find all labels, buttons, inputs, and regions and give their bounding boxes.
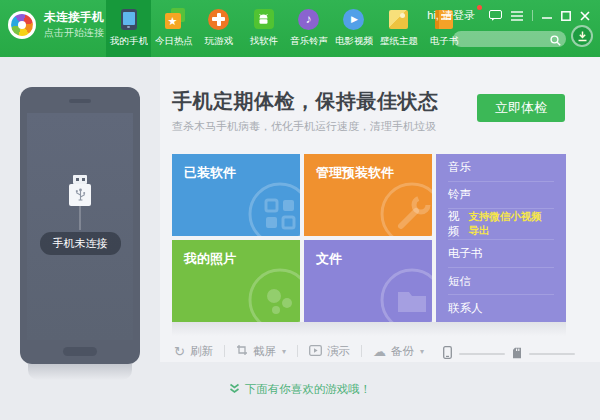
device-status-subtitle: 点击开始连接 xyxy=(44,27,114,40)
double-chevron-down-icon xyxy=(229,380,240,398)
window-controls-row: hi, 请登录 xyxy=(427,8,590,23)
divider xyxy=(361,345,362,357)
content-category-list: 音乐 铃声 视频 支持微信小视频导出 电子书 短信 联系人 xyxy=(436,154,566,322)
sd-card-storage-icon xyxy=(512,345,522,363)
download-manager-button[interactable] xyxy=(571,25,593,47)
header-bar: 未连接手机 ▾ 点击开始连接 我的手机 ★ 今日热点 玩游戏 xyxy=(0,0,600,57)
search-box xyxy=(453,29,566,47)
hot-star-icon: ★ xyxy=(163,8,185,30)
presentation-button[interactable]: 演示 xyxy=(309,344,350,359)
device-status-title: 未连接手机 xyxy=(44,10,104,25)
tab-today-hot[interactable]: ★ 今日热点 xyxy=(151,0,196,57)
phone-home-button xyxy=(63,347,97,356)
crop-icon xyxy=(236,344,248,358)
chevron-down-icon: ▾ xyxy=(282,347,286,356)
phone-storage-bar xyxy=(459,353,505,355)
list-item-contacts[interactable]: 联系人 xyxy=(448,295,554,322)
apps-grid-icon xyxy=(244,178,300,236)
tile-my-photos[interactable]: 我的照片 xyxy=(172,240,300,322)
screenshot-button[interactable]: 截屏 ▾ xyxy=(236,344,286,359)
list-item-ebooks[interactable]: 电子书 xyxy=(448,240,554,268)
tab-apps[interactable]: 找软件 xyxy=(241,0,286,57)
phone-speaker-slot xyxy=(69,99,91,103)
wechat-video-export-note: 支持微信小视频导出 xyxy=(468,210,554,238)
tab-games[interactable]: 玩游戏 xyxy=(196,0,241,57)
sd-storage-bar xyxy=(529,353,575,355)
play-circle-icon: ▶ xyxy=(343,8,365,30)
device-connect-menu[interactable]: 未连接手机 ▾ 点击开始连接 xyxy=(8,10,114,40)
page-title: 手机定期体检，保持最佳状态 xyxy=(172,88,439,115)
footer-hint-text: 下面有你喜欢的游戏哦！ xyxy=(245,382,372,397)
divider xyxy=(224,345,225,357)
storage-indicators xyxy=(443,345,575,363)
search-icon[interactable] xyxy=(550,32,561,50)
tab-music-ringtones[interactable]: ♪ 音乐铃声 xyxy=(286,0,331,57)
divider xyxy=(297,345,298,357)
minimize-button[interactable] xyxy=(542,11,552,21)
backup-button[interactable]: ☁ 备份 ▾ xyxy=(373,344,424,359)
app-logo-icon xyxy=(8,11,36,39)
refresh-button[interactable]: ↻ 刷新 xyxy=(174,344,213,359)
login-notification-dot xyxy=(477,5,482,10)
feature-tile-grid: 已装软件 管理预装软件 我的照片 文件 xyxy=(172,154,566,322)
tile-preinstalled-apps[interactable]: 管理预装软件 xyxy=(304,154,432,236)
list-item-sms[interactable]: 短信 xyxy=(448,268,554,296)
tab-movies-video[interactable]: ▶ 电影视频 xyxy=(331,0,376,57)
divider xyxy=(532,10,533,21)
main-content: 手机定期体检，保持最佳状态 查杀木马手机病毒，优化手机运行速度，清理手机垃圾 立… xyxy=(160,57,600,362)
gamepad-icon xyxy=(208,8,230,30)
chevron-down-icon: ▾ xyxy=(420,347,424,356)
page-subtitle: 查杀木马手机病毒，优化手机运行速度，清理手机垃圾 xyxy=(172,119,436,134)
folder-icon xyxy=(376,264,432,322)
maximize-button[interactable] xyxy=(561,11,571,21)
main-nav: 我的手机 ★ 今日热点 玩游戏 找软件 ♪ 音乐铃声 xyxy=(106,0,466,57)
app-window: 未连接手机 ▾ 点击开始连接 我的手机 ★ 今日热点 玩游戏 xyxy=(0,0,600,420)
phone-screen: 手机未连接 xyxy=(27,113,133,340)
checkup-now-button[interactable]: 立即体检 xyxy=(477,94,565,122)
main-menu-icon[interactable] xyxy=(511,11,523,21)
feedback-chat-icon[interactable] xyxy=(489,10,502,21)
wallpaper-icon xyxy=(388,8,410,30)
list-item-music[interactable]: 音乐 xyxy=(448,154,554,182)
login-link[interactable]: hi, 请登录 xyxy=(427,8,480,23)
tile-files[interactable]: 文件 xyxy=(304,240,432,322)
wrench-icon xyxy=(376,178,432,236)
music-note-icon: ♪ xyxy=(298,8,320,30)
phone-storage-icon xyxy=(443,345,452,363)
cloud-icon: ☁ xyxy=(373,345,386,358)
present-icon xyxy=(309,345,322,358)
download-icon xyxy=(577,31,588,42)
list-item-video[interactable]: 视频 支持微信小视频导出 xyxy=(448,209,554,240)
usb-plug-icon xyxy=(69,175,91,206)
footer-games-hint[interactable]: 下面有你喜欢的游戏哦！ xyxy=(0,362,600,420)
tab-wallpaper-themes[interactable]: 壁纸主题 xyxy=(376,0,421,57)
phone-status-badge: 手机未连接 xyxy=(40,232,121,255)
photos-icon xyxy=(244,264,300,322)
refresh-icon: ↻ xyxy=(174,345,185,358)
phone-illustration: 手机未连接 xyxy=(20,87,140,364)
device-toolbar: ↻ 刷新 截屏 ▾ 演示 ☁ 备份 ▾ xyxy=(174,342,424,360)
list-item-ringtones[interactable]: 铃声 xyxy=(448,182,554,210)
android-icon xyxy=(253,8,275,30)
phone-tablet-icon xyxy=(118,8,140,30)
tab-my-phone[interactable]: 我的手机 xyxy=(106,0,151,57)
close-button[interactable] xyxy=(580,11,590,21)
tile-installed-apps[interactable]: 已装软件 xyxy=(172,154,300,236)
usb-cable xyxy=(79,206,81,230)
